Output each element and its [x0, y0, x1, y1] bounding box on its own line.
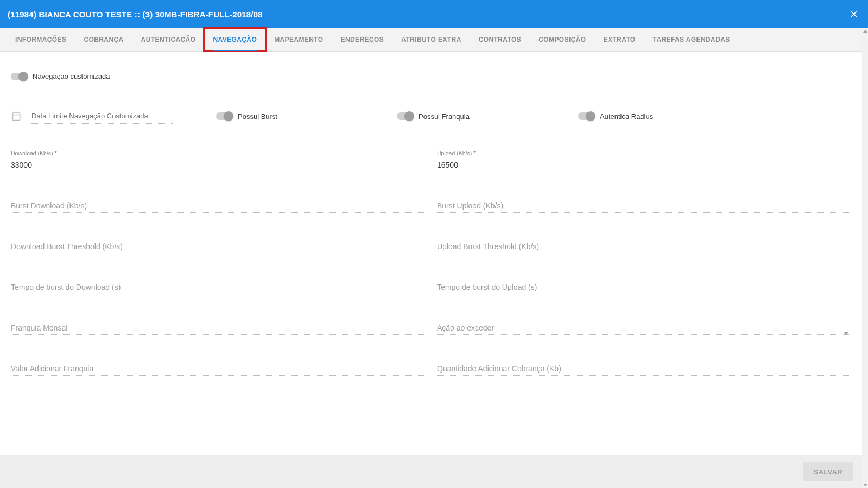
toggle-possui-franquia-label: Possui Franquia — [419, 112, 470, 121]
field-burst-download — [11, 198, 425, 213]
row-custom-nav: Navegação customizada — [11, 72, 851, 80]
input-dl-burst-threshold[interactable] — [11, 239, 425, 253]
caret-down-icon — [844, 327, 849, 331]
toggle-custom-nav[interactable] — [11, 73, 27, 80]
input-download[interactable] — [11, 157, 425, 172]
label-upload: Upload (Kb/s) * — [437, 150, 851, 156]
row-autentica-radius: Autentica Radius — [578, 112, 653, 121]
tab-tarefas-agendadas[interactable]: TAREFAS AGENDADAS — [644, 28, 739, 51]
close-icon[interactable] — [847, 8, 860, 21]
input-quantidade-adicionar-cobranca[interactable] — [437, 361, 851, 376]
tab-informacoes[interactable]: INFORMAÇÕES — [7, 28, 75, 51]
input-valor-adicionar-franquia[interactable] — [11, 361, 425, 376]
field-burst-upload — [437, 198, 851, 213]
form-area: Navegação customizada Possui Burst Possu… — [0, 52, 862, 455]
field-dl-burst-threshold — [11, 239, 425, 253]
save-button[interactable]: SALVAR — [803, 462, 853, 481]
tab-composicao[interactable]: COMPOSIÇÃO — [530, 28, 594, 51]
field-acao-exceder — [437, 320, 851, 335]
calendar-icon — [11, 111, 22, 122]
form-grid: Download (Kb/s) * Upload (Kb/s) * — [11, 150, 851, 376]
tab-cobranca[interactable]: COBRANÇA — [75, 28, 132, 51]
dialog-header: (11984) BIANCA COUTO TESTE :: (3) 30MB-F… — [0, 0, 868, 28]
toggle-possui-burst-label: Possui Burst — [238, 112, 277, 121]
field-franquia-mensal — [11, 320, 425, 335]
dialog-footer: SALVAR — [0, 455, 862, 488]
dialog-title: (11984) BIANCA COUTO TESTE :: (3) 30MB-F… — [8, 10, 847, 19]
input-ul-burst-threshold[interactable] — [437, 239, 851, 253]
select-acao-exceder[interactable] — [437, 320, 851, 335]
toggle-possui-franquia[interactable] — [397, 112, 413, 120]
input-tempo-burst-dl[interactable] — [11, 280, 425, 294]
label-download: Download (Kb/s) * — [11, 150, 425, 156]
field-valor-adicionar-franquia — [11, 361, 425, 376]
row-settings: Possui Burst Possui Franquia Autentica R… — [11, 109, 851, 124]
input-upload[interactable] — [437, 157, 851, 172]
row-possui-franquia: Possui Franquia — [397, 112, 470, 121]
tab-enderecos[interactable]: ENDEREÇOS — [332, 28, 393, 51]
tab-atributo-extra[interactable]: ATRIBUTO EXTRA — [392, 28, 470, 51]
field-ul-burst-threshold — [437, 239, 851, 253]
tab-contratos[interactable]: CONTRATOS — [470, 28, 530, 51]
input-franquia-mensal[interactable] — [11, 320, 425, 335]
input-tempo-burst-ul[interactable] — [437, 280, 851, 294]
toggle-autentica-radius[interactable] — [578, 112, 594, 120]
content-area: INFORMAÇÕES COBRANÇA AUTENTICAÇÃO NAVEGA… — [0, 28, 862, 488]
date-limit-input[interactable] — [31, 109, 173, 124]
row-possui-burst: Possui Burst — [216, 112, 277, 121]
toggle-autentica-radius-label: Autentica Radius — [600, 112, 653, 121]
field-quantidade-adicionar-cobranca — [437, 361, 851, 376]
toggle-custom-nav-label: Navegação customizada — [33, 72, 110, 80]
field-upload: Upload (Kb/s) * — [437, 150, 851, 172]
date-field-wrap — [11, 109, 173, 124]
field-tempo-burst-dl — [11, 280, 425, 294]
tab-mapeamento[interactable]: MAPEAMENTO — [265, 28, 332, 51]
input-burst-download[interactable] — [11, 198, 425, 213]
tab-extrato[interactable]: EXTRATO — [595, 28, 644, 51]
toggle-possui-burst[interactable] — [216, 112, 232, 120]
tab-navegacao[interactable]: NAVEGAÇÃO — [204, 28, 265, 51]
field-tempo-burst-ul — [437, 280, 851, 294]
field-download: Download (Kb/s) * — [11, 150, 425, 172]
scrollbar-vertical[interactable] — [862, 28, 868, 488]
scroll-down-icon[interactable] — [863, 484, 867, 486]
tab-bar: INFORMAÇÕES COBRANÇA AUTENTICAÇÃO NAVEGA… — [0, 28, 862, 52]
tab-autenticacao[interactable]: AUTENTICAÇÃO — [132, 28, 205, 51]
scroll-up-icon[interactable] — [863, 30, 867, 33]
input-burst-upload[interactable] — [437, 198, 851, 213]
